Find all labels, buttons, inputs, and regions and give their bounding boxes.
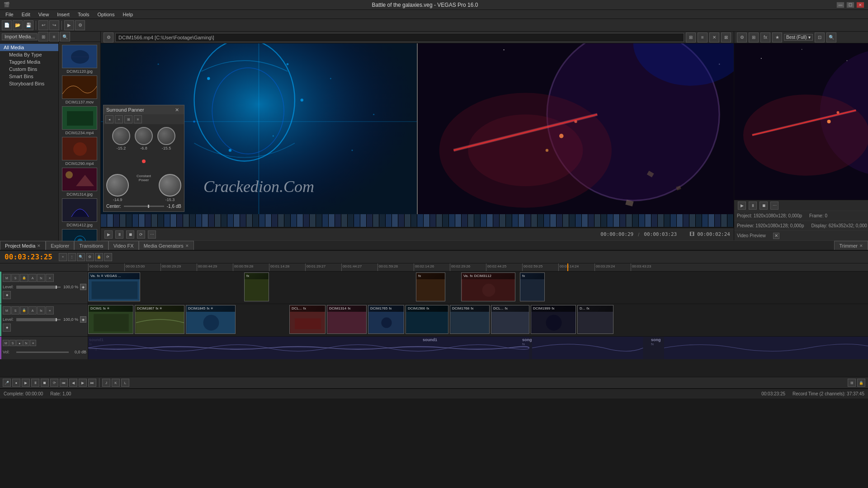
clip-v2-dcim1[interactable]: DCIM1fx≡ (88, 305, 133, 334)
menu-options[interactable]: Options (94, 11, 118, 18)
right-ctrl-play[interactable]: ▶ (738, 202, 746, 210)
track-a1-mute[interactable]: M (3, 340, 9, 346)
panner-close-button[interactable]: ✕ (172, 105, 181, 114)
track-v1-mute[interactable]: M (3, 274, 11, 282)
tree-media-by-type[interactable]: Media By Type (0, 51, 58, 58)
panner-dot[interactable] (142, 160, 146, 163)
tab-close-project-media[interactable]: ✕ (37, 244, 41, 248)
clip-v2-dcl[interactable]: DCL...fx (289, 305, 326, 334)
track-v2-vol-btn[interactable]: ◈ (80, 316, 86, 323)
media-item-dcim1412[interactable]: DCIM1412.jpg (61, 198, 98, 227)
import-media-button[interactable]: Import Media... (2, 33, 38, 40)
media-view-btn[interactable]: ⊞ (38, 32, 48, 42)
media-item-dcim1120[interactable]: DCIM1120.jpg (61, 45, 98, 74)
right-view-btn[interactable]: ⊡ (815, 33, 825, 42)
clip-v2-dcim1768[interactable]: DCIM1768fx (450, 305, 490, 334)
tab-explorer[interactable]: Explorer (46, 241, 74, 250)
menu-tools[interactable]: Tools (74, 11, 93, 18)
menu-file[interactable]: File (2, 11, 17, 18)
clip-v2-dcim1765[interactable]: DCIM1765fx (368, 305, 404, 334)
panner-knob-center-ctrl[interactable] (135, 127, 153, 145)
pb-mic-btn[interactable]: 🎤 (3, 379, 11, 387)
panner-big-left-ctrl[interactable] (106, 174, 129, 197)
clip-v1-3[interactable]: fx (416, 272, 445, 301)
redo-button[interactable]: ↪ (49, 20, 59, 30)
close-button[interactable]: ✕ (856, 2, 864, 8)
ctrl-pause-btn[interactable]: ⏸ (115, 230, 123, 239)
track-a1-menu[interactable]: ≡ (30, 340, 36, 346)
tab-close-media-gen[interactable]: ✕ (185, 244, 189, 248)
track-v1-aud[interactable]: A (28, 274, 37, 282)
clip-v2-dcl2[interactable]: DCL...fx (491, 305, 529, 334)
media-item-dcim1566[interactable]: DCIM1566.mp4 (61, 229, 98, 241)
tab-project-media[interactable]: Project Media ✕ (0, 241, 46, 250)
track-v1-vol-btn[interactable]: ◈ (80, 284, 86, 290)
minimize-button[interactable]: — (836, 2, 844, 8)
media-list-btn[interactable]: ≡ (49, 32, 59, 42)
tl-settings[interactable]: ⚙ (86, 253, 94, 261)
pb-lock-btn[interactable]: 🔒 (857, 379, 865, 387)
right-ctrl-stop[interactable]: ⏹ (760, 202, 768, 210)
tl-zoom-in[interactable]: 🔍 (77, 253, 85, 261)
track-v1-menu[interactable]: ≡ (46, 274, 54, 282)
pb-jkl3[interactable]: L (121, 379, 129, 387)
preview-match-btn[interactable]: ≡ (698, 33, 708, 42)
menu-edit[interactable]: Edit (18, 11, 34, 18)
panner-list-btn[interactable]: ≡ (134, 115, 142, 123)
track-v1-fx[interactable]: fx (37, 274, 45, 282)
pb-next-btn[interactable]: ⏭ (88, 379, 96, 387)
ctrl-play-btn[interactable]: ▶ (104, 230, 113, 239)
track-v2-menu[interactable]: ≡ (46, 306, 54, 314)
pb-rec-btn[interactable]: ● (12, 379, 20, 387)
render-button[interactable]: ▶ (64, 20, 74, 30)
right-fx-btn[interactable]: fx (760, 33, 770, 42)
clip-v1-2[interactable]: fx (244, 272, 269, 301)
new-button[interactable]: 📄 (2, 20, 12, 30)
media-item-dcim1137[interactable]: DCIM1137.mov (61, 75, 98, 104)
menu-insert[interactable]: Insert (53, 11, 73, 18)
right-zoom-btn[interactable]: 🔍 (826, 33, 836, 42)
open-button[interactable]: 📂 (13, 20, 23, 30)
panner-center-slider[interactable] (124, 206, 164, 207)
panner-knob-left-ctrl[interactable] (112, 127, 130, 145)
track-v2-mute[interactable]: M (3, 306, 11, 314)
preview-dock-btn[interactable]: ⊠ (721, 33, 731, 42)
pb-snap-btn[interactable]: ⊞ (848, 379, 856, 387)
track-v2-key[interactable]: ◆ (3, 324, 11, 332)
media-item-dcim1314[interactable]: DCIM1314.jpg (61, 168, 98, 197)
ctrl-jkl-btn[interactable]: ⋯ (148, 230, 156, 239)
clip-v2-dcim1999[interactable]: DCIM1999fx (531, 305, 576, 334)
tab-media-generators[interactable]: Media Generators ✕ (139, 241, 194, 250)
panner-grid-btn[interactable]: ⊞ (124, 115, 132, 123)
pb-stop-btn[interactable]: ⏹ (41, 379, 49, 387)
pb-play-btn[interactable]: ▶ (22, 379, 30, 387)
pb-jkl[interactable]: J (102, 379, 110, 387)
right-settings-btn[interactable]: ⚙ (737, 33, 747, 42)
track-v2-lock[interactable]: 🔒 (20, 306, 28, 314)
panner-plus-btn[interactable]: + (115, 115, 123, 123)
media-item-dcim1234[interactable]: DCIM1234.mp4 (61, 106, 98, 135)
track-v2-level-slider[interactable] (16, 319, 61, 320)
menu-help[interactable]: Help (119, 11, 137, 18)
pb-next-frame[interactable]: ▶ (79, 379, 87, 387)
tl-add-track[interactable]: + (59, 253, 67, 261)
track-v1-solo[interactable]: S (11, 274, 19, 282)
tl-loop[interactable]: ⟳ (104, 253, 112, 261)
track-v1-lock[interactable]: 🔒 (20, 274, 28, 282)
undo-button[interactable]: ↩ (38, 20, 48, 30)
track-v2-fx[interactable]: fx (37, 306, 45, 314)
right-snap-btn[interactable]: ⊞ (749, 33, 759, 42)
tab-video-fx[interactable]: Video FX (108, 241, 139, 250)
track-v1-key[interactable]: ◆ (3, 291, 11, 299)
track-a1-vol-slider[interactable] (16, 352, 69, 353)
track-v1-level-slider[interactable] (16, 286, 61, 288)
pb-pause-btn[interactable]: ⏸ (31, 379, 39, 387)
tree-custom-bins[interactable]: Custom Bins (0, 66, 58, 73)
right-ctrl-pause[interactable]: ⏸ (749, 202, 757, 210)
preview-snap-btn[interactable]: ⊞ (686, 33, 696, 42)
clip-v2-dcim1566[interactable]: DCIM1566fx (406, 305, 448, 334)
track-v2-aud[interactable]: A (28, 306, 37, 314)
clip-v2-d[interactable]: D...fx (577, 305, 613, 334)
tree-tagged-media[interactable]: Tagged Media (0, 58, 58, 66)
media-item-dcim1290[interactable]: DCIM1290.mp4 (61, 137, 98, 166)
